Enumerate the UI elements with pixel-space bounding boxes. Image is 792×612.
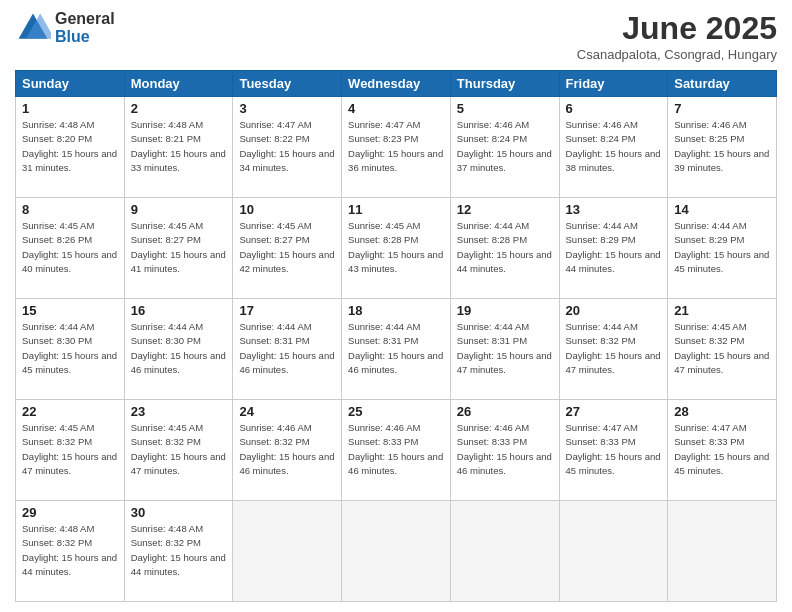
calendar-header-saturday: Saturday bbox=[668, 71, 777, 97]
day-info: Sunrise: 4:46 AMSunset: 8:33 PMDaylight:… bbox=[348, 421, 444, 478]
calendar-cell: 12Sunrise: 4:44 AMSunset: 8:28 PMDayligh… bbox=[450, 198, 559, 299]
day-info: Sunrise: 4:48 AMSunset: 8:32 PMDaylight:… bbox=[22, 522, 118, 579]
day-info: Sunrise: 4:46 AMSunset: 8:32 PMDaylight:… bbox=[239, 421, 335, 478]
day-number: 21 bbox=[674, 303, 770, 318]
calendar-cell: 11Sunrise: 4:45 AMSunset: 8:28 PMDayligh… bbox=[342, 198, 451, 299]
calendar-cell: 29Sunrise: 4:48 AMSunset: 8:32 PMDayligh… bbox=[16, 501, 125, 602]
calendar-week-2: 15Sunrise: 4:44 AMSunset: 8:30 PMDayligh… bbox=[16, 299, 777, 400]
day-info: Sunrise: 4:48 AMSunset: 8:32 PMDaylight:… bbox=[131, 522, 227, 579]
day-number: 4 bbox=[348, 101, 444, 116]
calendar-cell: 22Sunrise: 4:45 AMSunset: 8:32 PMDayligh… bbox=[16, 400, 125, 501]
calendar-cell: 7Sunrise: 4:46 AMSunset: 8:25 PMDaylight… bbox=[668, 97, 777, 198]
calendar-header-friday: Friday bbox=[559, 71, 668, 97]
day-number: 23 bbox=[131, 404, 227, 419]
day-number: 29 bbox=[22, 505, 118, 520]
day-number: 20 bbox=[566, 303, 662, 318]
calendar-week-3: 22Sunrise: 4:45 AMSunset: 8:32 PMDayligh… bbox=[16, 400, 777, 501]
calendar-cell: 13Sunrise: 4:44 AMSunset: 8:29 PMDayligh… bbox=[559, 198, 668, 299]
calendar-header-thursday: Thursday bbox=[450, 71, 559, 97]
calendar-cell: 5Sunrise: 4:46 AMSunset: 8:24 PMDaylight… bbox=[450, 97, 559, 198]
calendar-cell bbox=[233, 501, 342, 602]
day-number: 14 bbox=[674, 202, 770, 217]
day-number: 16 bbox=[131, 303, 227, 318]
month-title: June 2025 bbox=[577, 10, 777, 47]
day-number: 30 bbox=[131, 505, 227, 520]
day-info: Sunrise: 4:44 AMSunset: 8:31 PMDaylight:… bbox=[348, 320, 444, 377]
calendar-cell: 10Sunrise: 4:45 AMSunset: 8:27 PMDayligh… bbox=[233, 198, 342, 299]
calendar-header-wednesday: Wednesday bbox=[342, 71, 451, 97]
calendar-cell: 23Sunrise: 4:45 AMSunset: 8:32 PMDayligh… bbox=[124, 400, 233, 501]
calendar-cell: 30Sunrise: 4:48 AMSunset: 8:32 PMDayligh… bbox=[124, 501, 233, 602]
calendar-cell: 3Sunrise: 4:47 AMSunset: 8:22 PMDaylight… bbox=[233, 97, 342, 198]
calendar-cell: 20Sunrise: 4:44 AMSunset: 8:32 PMDayligh… bbox=[559, 299, 668, 400]
day-info: Sunrise: 4:44 AMSunset: 8:28 PMDaylight:… bbox=[457, 219, 553, 276]
calendar-cell: 8Sunrise: 4:45 AMSunset: 8:26 PMDaylight… bbox=[16, 198, 125, 299]
day-number: 10 bbox=[239, 202, 335, 217]
calendar-cell bbox=[342, 501, 451, 602]
calendar-cell: 17Sunrise: 4:44 AMSunset: 8:31 PMDayligh… bbox=[233, 299, 342, 400]
calendar-cell: 1Sunrise: 4:48 AMSunset: 8:20 PMDaylight… bbox=[16, 97, 125, 198]
day-info: Sunrise: 4:44 AMSunset: 8:29 PMDaylight:… bbox=[674, 219, 770, 276]
day-info: Sunrise: 4:44 AMSunset: 8:30 PMDaylight:… bbox=[22, 320, 118, 377]
calendar-cell: 14Sunrise: 4:44 AMSunset: 8:29 PMDayligh… bbox=[668, 198, 777, 299]
calendar-cell: 27Sunrise: 4:47 AMSunset: 8:33 PMDayligh… bbox=[559, 400, 668, 501]
logo: General Blue bbox=[15, 10, 115, 46]
calendar-cell bbox=[559, 501, 668, 602]
calendar-body: 1Sunrise: 4:48 AMSunset: 8:20 PMDaylight… bbox=[16, 97, 777, 602]
day-info: Sunrise: 4:46 AMSunset: 8:25 PMDaylight:… bbox=[674, 118, 770, 175]
day-number: 5 bbox=[457, 101, 553, 116]
day-number: 13 bbox=[566, 202, 662, 217]
day-number: 8 bbox=[22, 202, 118, 217]
day-info: Sunrise: 4:45 AMSunset: 8:27 PMDaylight:… bbox=[131, 219, 227, 276]
calendar-cell bbox=[450, 501, 559, 602]
day-info: Sunrise: 4:47 AMSunset: 8:22 PMDaylight:… bbox=[239, 118, 335, 175]
day-info: Sunrise: 4:45 AMSunset: 8:32 PMDaylight:… bbox=[674, 320, 770, 377]
day-number: 18 bbox=[348, 303, 444, 318]
day-number: 17 bbox=[239, 303, 335, 318]
title-section: June 2025 Csanadpalota, Csongrad, Hungar… bbox=[577, 10, 777, 62]
calendar-week-4: 29Sunrise: 4:48 AMSunset: 8:32 PMDayligh… bbox=[16, 501, 777, 602]
calendar-cell: 25Sunrise: 4:46 AMSunset: 8:33 PMDayligh… bbox=[342, 400, 451, 501]
logo-blue: Blue bbox=[55, 28, 115, 46]
day-number: 12 bbox=[457, 202, 553, 217]
day-info: Sunrise: 4:47 AMSunset: 8:23 PMDaylight:… bbox=[348, 118, 444, 175]
day-number: 2 bbox=[131, 101, 227, 116]
calendar-cell: 26Sunrise: 4:46 AMSunset: 8:33 PMDayligh… bbox=[450, 400, 559, 501]
day-info: Sunrise: 4:44 AMSunset: 8:31 PMDaylight:… bbox=[239, 320, 335, 377]
day-number: 27 bbox=[566, 404, 662, 419]
calendar-week-1: 8Sunrise: 4:45 AMSunset: 8:26 PMDaylight… bbox=[16, 198, 777, 299]
day-info: Sunrise: 4:46 AMSunset: 8:24 PMDaylight:… bbox=[566, 118, 662, 175]
day-info: Sunrise: 4:44 AMSunset: 8:29 PMDaylight:… bbox=[566, 219, 662, 276]
calendar-table: SundayMondayTuesdayWednesdayThursdayFrid… bbox=[15, 70, 777, 602]
calendar-cell: 2Sunrise: 4:48 AMSunset: 8:21 PMDaylight… bbox=[124, 97, 233, 198]
calendar-cell: 18Sunrise: 4:44 AMSunset: 8:31 PMDayligh… bbox=[342, 299, 451, 400]
calendar-cell: 6Sunrise: 4:46 AMSunset: 8:24 PMDaylight… bbox=[559, 97, 668, 198]
calendar-cell bbox=[668, 501, 777, 602]
calendar-cell: 4Sunrise: 4:47 AMSunset: 8:23 PMDaylight… bbox=[342, 97, 451, 198]
calendar-header-tuesday: Tuesday bbox=[233, 71, 342, 97]
day-number: 7 bbox=[674, 101, 770, 116]
day-number: 19 bbox=[457, 303, 553, 318]
day-number: 28 bbox=[674, 404, 770, 419]
day-info: Sunrise: 4:48 AMSunset: 8:21 PMDaylight:… bbox=[131, 118, 227, 175]
day-number: 26 bbox=[457, 404, 553, 419]
day-number: 11 bbox=[348, 202, 444, 217]
day-info: Sunrise: 4:44 AMSunset: 8:30 PMDaylight:… bbox=[131, 320, 227, 377]
day-info: Sunrise: 4:45 AMSunset: 8:27 PMDaylight:… bbox=[239, 219, 335, 276]
day-info: Sunrise: 4:44 AMSunset: 8:32 PMDaylight:… bbox=[566, 320, 662, 377]
day-info: Sunrise: 4:45 AMSunset: 8:32 PMDaylight:… bbox=[131, 421, 227, 478]
calendar-cell: 19Sunrise: 4:44 AMSunset: 8:31 PMDayligh… bbox=[450, 299, 559, 400]
calendar-cell: 21Sunrise: 4:45 AMSunset: 8:32 PMDayligh… bbox=[668, 299, 777, 400]
day-number: 6 bbox=[566, 101, 662, 116]
calendar-week-0: 1Sunrise: 4:48 AMSunset: 8:20 PMDaylight… bbox=[16, 97, 777, 198]
calendar-cell: 9Sunrise: 4:45 AMSunset: 8:27 PMDaylight… bbox=[124, 198, 233, 299]
calendar-header-sunday: Sunday bbox=[16, 71, 125, 97]
calendar-header-row: SundayMondayTuesdayWednesdayThursdayFrid… bbox=[16, 71, 777, 97]
location: Csanadpalota, Csongrad, Hungary bbox=[577, 47, 777, 62]
logo-icon bbox=[15, 10, 51, 46]
calendar-header-monday: Monday bbox=[124, 71, 233, 97]
calendar-cell: 15Sunrise: 4:44 AMSunset: 8:30 PMDayligh… bbox=[16, 299, 125, 400]
calendar-cell: 24Sunrise: 4:46 AMSunset: 8:32 PMDayligh… bbox=[233, 400, 342, 501]
logo-text: General Blue bbox=[55, 10, 115, 45]
day-info: Sunrise: 4:45 AMSunset: 8:26 PMDaylight:… bbox=[22, 219, 118, 276]
